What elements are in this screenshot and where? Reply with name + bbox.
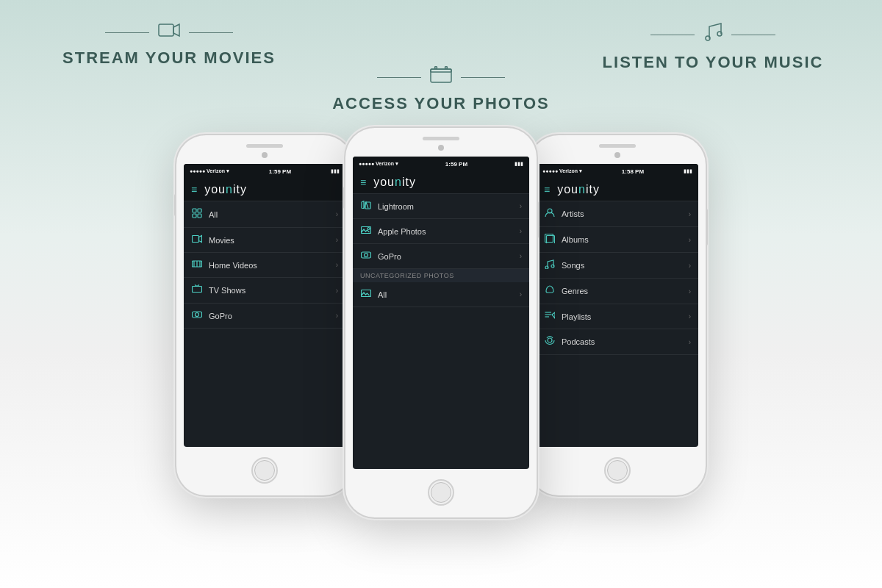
movies-icon (191, 234, 203, 245)
lightroom-chevron: › (520, 202, 522, 210)
home-videos-icon (191, 259, 203, 270)
menu-item-all-center[interactable]: All › (353, 282, 529, 307)
gopro-left-chevron: › (336, 312, 338, 320)
svg-rect-11 (198, 214, 201, 218)
phone-right-screen: ●●●●● Verizon ▾ 1:58 PM ▮▮▮ ≡ younity Ar… (537, 164, 698, 447)
phone-right-status: ●●●●● Verizon ▾ 1:58 PM ▮▮▮ (537, 164, 698, 179)
menu-lightroom-label: Lightroom (378, 202, 520, 211)
menu-item-podcasts[interactable]: Podcasts › (537, 329, 698, 355)
phone-center-app-header: ≡ younity (353, 171, 529, 194)
phone-right-camera (614, 152, 620, 158)
menu-item-gopro-center[interactable]: GoPro › (353, 244, 529, 269)
phone-right-status-left: ●●●●● Verizon ▾ (542, 168, 582, 174)
feature-line-right3 (731, 35, 775, 35)
gopro-center-chevron: › (520, 252, 522, 260)
feature-photos: ACCESS YOUR PHOTOS (316, 66, 566, 113)
menu-item-tv-shows[interactable]: TV Shows › (184, 278, 345, 304)
phone-right-status-right: ▮▮▮ (684, 168, 692, 174)
phone-center-status-left: ●●●●● Verizon ▾ (359, 161, 398, 167)
menu-item-apple-photos[interactable]: Apple Photos › (353, 219, 529, 244)
phone-right-top (529, 135, 706, 158)
all-chevron: › (336, 210, 338, 218)
video-icon (158, 22, 180, 43)
photo-icon (430, 66, 452, 88)
menu-movies-label: Movies (209, 236, 336, 245)
genres-chevron: › (689, 287, 691, 295)
home-videos-chevron: › (336, 261, 338, 269)
svg-rect-9 (198, 209, 201, 212)
menu-all-center-label: All (378, 290, 520, 299)
phone-left-home-button-inner (254, 460, 275, 481)
playlists-icon (544, 311, 556, 322)
all-center-chevron: › (520, 290, 522, 298)
phone-right-home-button-inner (607, 460, 628, 481)
phone-left-home-button[interactable] (251, 457, 278, 484)
phone-left-screen: ●●●●● Verizon ▾ 1:59 PM ▮▮▮ ≡ younity Al… (184, 164, 345, 447)
feature-movies-icon-row (105, 22, 233, 43)
svg-point-4 (435, 67, 437, 69)
svg-rect-12 (193, 236, 199, 243)
svg-point-22 (196, 313, 199, 317)
menu-item-albums[interactable]: Albums › (537, 227, 698, 253)
albums-icon (544, 234, 556, 245)
phone-right: ●●●●● Verizon ▾ 1:58 PM ▮▮▮ ≡ younity Ar… (529, 135, 706, 495)
feature-line-left3 (650, 35, 695, 35)
menu-item-gopro-left[interactable]: GoPro › (184, 304, 345, 329)
feature-photos-icon-row (377, 66, 505, 88)
menu-item-artists[interactable]: Artists › (537, 201, 698, 227)
feature-movies: STREAM YOUR MOVIES (44, 22, 294, 68)
feature-line-left (105, 32, 149, 33)
menu-genres-label: Genres (562, 287, 689, 295)
menu-item-playlists[interactable]: Playlists › (537, 304, 698, 329)
phone-center-home-button-inner (431, 482, 451, 503)
svg-rect-3 (431, 69, 451, 72)
menu-gopro-left-label: GoPro (209, 312, 336, 320)
phone-left-status: ●●●●● Verizon ▾ 1:59 PM ▮▮▮ (184, 164, 345, 179)
phone-center-status: ●●●●● Verizon ▾ 1:59 PM ▮▮▮ (353, 157, 529, 171)
phone-center-home-button[interactable] (428, 479, 454, 506)
svg-rect-2 (431, 69, 451, 82)
phone-right-status-time: 1:58 PM (622, 168, 644, 175)
phone-left-menu: All › Movies › Home Videos › (184, 201, 345, 447)
menu-all-label: All (209, 210, 336, 219)
phones-row: ●●●●● Verizon ▾ 1:59 PM ▮▮▮ ≡ younity Al… (0, 128, 882, 517)
header-row: STREAM YOUR MOVIES ACCESS YOUR PHOTOS (0, 0, 882, 121)
feature-line-right2 (461, 77, 505, 78)
menu-item-genres[interactable]: Genres › (537, 279, 698, 304)
phone-left-top (176, 135, 353, 158)
svg-rect-18 (193, 287, 202, 293)
songs-chevron: › (689, 262, 691, 270)
artists-icon (544, 208, 556, 220)
phone-right-home-button[interactable] (604, 457, 631, 484)
podcasts-icon (544, 336, 556, 348)
tv-shows-chevron: › (336, 287, 338, 295)
playlists-chevron: › (689, 312, 691, 320)
phone-center-camera (438, 145, 444, 151)
menu-item-movies[interactable]: Movies › (184, 228, 345, 253)
all-icon (191, 208, 203, 220)
menu-tv-shows-label: TV Shows (209, 286, 336, 295)
menu-item-home-videos[interactable]: Home Videos › (184, 253, 345, 278)
feature-music-title: LISTEN TO YOUR MUSIC (603, 53, 824, 72)
menu-item-all[interactable]: All › (184, 201, 345, 228)
menu-item-songs[interactable]: Songs › (537, 253, 698, 279)
phone-center-hamburger-icon: ≡ (360, 176, 366, 188)
phone-right-logo: younity (557, 183, 600, 196)
menu-podcasts-label: Podcasts (562, 337, 689, 346)
menu-item-lightroom[interactable]: Lightroom › (353, 194, 529, 219)
music-icon (703, 22, 723, 47)
phone-center-top (345, 128, 537, 151)
svg-point-25 (368, 228, 370, 230)
phone-right-bottom (604, 453, 631, 495)
feature-music-icon-row (650, 22, 775, 47)
phone-center-bottom (428, 475, 454, 517)
phone-left-app-header: ≡ younity (184, 179, 345, 201)
feature-movies-title: STREAM YOUR MOVIES (62, 49, 276, 68)
menu-home-videos-label: Home Videos (209, 261, 336, 270)
phone-center-logo: younity (373, 176, 416, 189)
svg-marker-37 (552, 312, 555, 318)
section-uncategorized: Uncategorized Photos (353, 269, 529, 282)
phone-left-status-time: 1:59 PM (269, 168, 291, 175)
menu-albums-label: Albums (562, 235, 689, 244)
apple-photos-chevron: › (520, 227, 522, 235)
